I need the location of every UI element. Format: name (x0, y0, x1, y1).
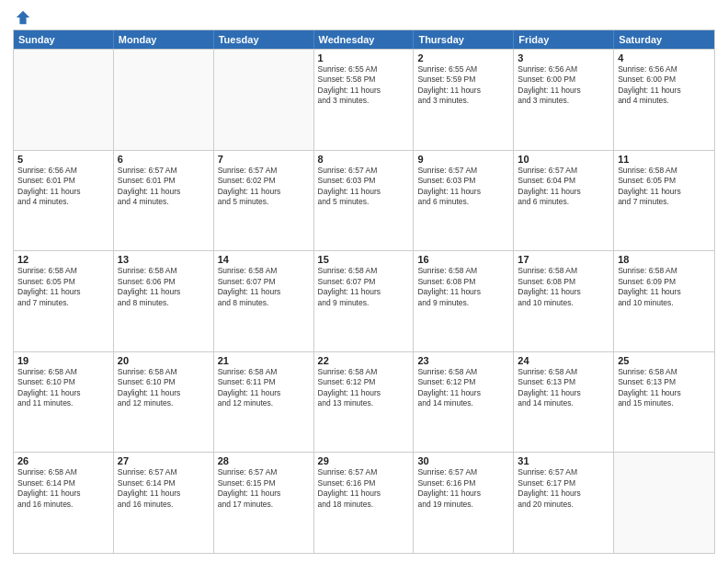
day-detail: Sunrise: 6:55 AM Sunset: 5:59 PM Dayligh… (417, 64, 509, 107)
cal-cell-empty (14, 50, 114, 150)
day-number: 31 (518, 455, 609, 466)
cal-cell-day-18: 18Sunrise: 6:58 AM Sunset: 6:09 PM Dayli… (614, 251, 714, 351)
cal-cell-day-19: 19Sunrise: 6:58 AM Sunset: 6:10 PM Dayli… (14, 352, 114, 453)
day-detail: Sunrise: 6:57 AM Sunset: 6:02 PM Dayligh… (218, 166, 310, 208)
day-detail: Sunrise: 6:56 AM Sunset: 6:00 PM Dayligh… (618, 64, 711, 107)
cal-cell-day-8: 8Sunrise: 6:57 AM Sunset: 6:03 PM Daylig… (314, 151, 415, 251)
cal-row-2: 12Sunrise: 6:58 AM Sunset: 6:05 PM Dayli… (14, 250, 714, 351)
cal-cell-empty (114, 50, 214, 150)
cal-cell-day-16: 16Sunrise: 6:58 AM Sunset: 6:08 PM Dayli… (414, 251, 514, 351)
day-detail: Sunrise: 6:57 AM Sunset: 6:17 PM Dayligh… (518, 467, 609, 510)
cal-cell-day-29: 29Sunrise: 6:57 AM Sunset: 6:16 PM Dayli… (314, 453, 415, 553)
day-detail: Sunrise: 6:56 AM Sunset: 6:01 PM Dayligh… (17, 166, 109, 208)
day-detail: Sunrise: 6:58 AM Sunset: 6:13 PM Dayligh… (518, 367, 609, 409)
day-detail: Sunrise: 6:56 AM Sunset: 6:00 PM Dayligh… (518, 64, 609, 107)
cal-cell-empty (614, 453, 714, 553)
day-detail: Sunrise: 6:57 AM Sunset: 6:16 PM Dayligh… (318, 467, 410, 510)
cal-cell-day-25: 25Sunrise: 6:58 AM Sunset: 6:13 PM Dayli… (614, 352, 714, 453)
day-number: 11 (618, 154, 711, 165)
cal-cell-day-7: 7Sunrise: 6:57 AM Sunset: 6:02 PM Daylig… (214, 151, 314, 251)
day-detail: Sunrise: 6:58 AM Sunset: 6:14 PM Dayligh… (17, 467, 109, 510)
day-detail: Sunrise: 6:58 AM Sunset: 6:08 PM Dayligh… (518, 266, 609, 308)
page: SundayMondayTuesdayWednesdayThursdayFrid… (0, 0, 728, 563)
day-number: 27 (118, 455, 210, 466)
cal-row-0: 1Sunrise: 6:55 AM Sunset: 5:58 PM Daylig… (14, 49, 714, 150)
cal-cell-day-28: 28Sunrise: 6:57 AM Sunset: 6:15 PM Dayli… (214, 453, 314, 553)
weekday-header-wednesday: Wednesday (314, 30, 415, 49)
day-number: 29 (318, 455, 410, 466)
day-number: 7 (218, 154, 310, 165)
cal-row-1: 5Sunrise: 6:56 AM Sunset: 6:01 PM Daylig… (14, 150, 714, 251)
day-number: 25 (618, 355, 711, 366)
logo (13, 9, 31, 24)
cal-row-3: 19Sunrise: 6:58 AM Sunset: 6:10 PM Dayli… (14, 351, 714, 453)
cal-cell-day-10: 10Sunrise: 6:57 AM Sunset: 6:04 PM Dayli… (514, 151, 614, 251)
day-detail: Sunrise: 6:58 AM Sunset: 6:11 PM Dayligh… (218, 367, 310, 409)
cal-cell-day-31: 31Sunrise: 6:57 AM Sunset: 6:17 PM Dayli… (514, 453, 614, 553)
day-number: 5 (17, 154, 109, 165)
cal-cell-day-11: 11Sunrise: 6:58 AM Sunset: 6:05 PM Dayli… (614, 151, 714, 251)
cal-cell-day-6: 6Sunrise: 6:57 AM Sunset: 6:01 PM Daylig… (114, 151, 214, 251)
logo-icon (15, 9, 31, 26)
day-number: 19 (17, 355, 109, 366)
day-detail: Sunrise: 6:58 AM Sunset: 6:08 PM Dayligh… (417, 266, 509, 308)
day-detail: Sunrise: 6:58 AM Sunset: 6:06 PM Dayligh… (118, 266, 210, 308)
day-detail: Sunrise: 6:58 AM Sunset: 6:05 PM Dayligh… (618, 166, 711, 208)
cal-cell-day-21: 21Sunrise: 6:58 AM Sunset: 6:11 PM Dayli… (214, 352, 314, 453)
day-number: 21 (218, 355, 310, 366)
day-detail: Sunrise: 6:58 AM Sunset: 6:13 PM Dayligh… (618, 367, 711, 409)
cal-row-4: 26Sunrise: 6:58 AM Sunset: 6:14 PM Dayli… (14, 452, 714, 553)
day-detail: Sunrise: 6:58 AM Sunset: 6:10 PM Dayligh… (17, 367, 109, 409)
day-number: 23 (417, 355, 509, 366)
cal-cell-day-30: 30Sunrise: 6:57 AM Sunset: 6:16 PM Dayli… (414, 453, 514, 553)
cal-cell-day-14: 14Sunrise: 6:58 AM Sunset: 6:07 PM Dayli… (214, 251, 314, 351)
day-detail: Sunrise: 6:58 AM Sunset: 6:07 PM Dayligh… (318, 266, 410, 308)
weekday-header-saturday: Saturday (614, 30, 714, 49)
cal-cell-day-13: 13Sunrise: 6:58 AM Sunset: 6:06 PM Dayli… (114, 251, 214, 351)
day-detail: Sunrise: 6:57 AM Sunset: 6:15 PM Dayligh… (218, 467, 310, 510)
day-detail: Sunrise: 6:57 AM Sunset: 6:03 PM Dayligh… (318, 166, 410, 208)
day-number: 17 (518, 254, 609, 265)
weekday-header-thursday: Thursday (414, 30, 514, 49)
day-detail: Sunrise: 6:58 AM Sunset: 6:12 PM Dayligh… (318, 367, 410, 409)
day-number: 28 (218, 455, 310, 466)
calendar-header: SundayMondayTuesdayWednesdayThursdayFrid… (14, 30, 714, 49)
header (13, 9, 715, 24)
weekday-header-friday: Friday (514, 30, 614, 49)
day-number: 16 (417, 254, 509, 265)
day-number: 3 (518, 52, 609, 63)
day-detail: Sunrise: 6:57 AM Sunset: 6:14 PM Dayligh… (118, 467, 210, 510)
cal-cell-empty (214, 50, 314, 150)
day-detail: Sunrise: 6:58 AM Sunset: 6:07 PM Dayligh… (218, 266, 310, 308)
cal-cell-day-3: 3Sunrise: 6:56 AM Sunset: 6:00 PM Daylig… (514, 50, 614, 150)
day-number: 12 (17, 254, 109, 265)
day-detail: Sunrise: 6:57 AM Sunset: 6:04 PM Dayligh… (518, 166, 609, 208)
day-number: 4 (618, 52, 711, 63)
day-number: 20 (118, 355, 210, 366)
cal-cell-day-27: 27Sunrise: 6:57 AM Sunset: 6:14 PM Dayli… (114, 453, 214, 553)
day-number: 9 (417, 154, 509, 165)
day-detail: Sunrise: 6:58 AM Sunset: 6:12 PM Dayligh… (417, 367, 509, 409)
day-number: 1 (318, 52, 410, 63)
weekday-header-sunday: Sunday (14, 30, 114, 49)
day-number: 13 (118, 254, 210, 265)
cal-cell-day-24: 24Sunrise: 6:58 AM Sunset: 6:13 PM Dayli… (514, 352, 614, 453)
calendar: SundayMondayTuesdayWednesdayThursdayFrid… (13, 29, 715, 554)
day-number: 6 (118, 154, 210, 165)
weekday-header-monday: Monday (114, 30, 214, 49)
day-detail: Sunrise: 6:58 AM Sunset: 6:05 PM Dayligh… (17, 266, 109, 308)
day-detail: Sunrise: 6:55 AM Sunset: 5:58 PM Dayligh… (318, 64, 410, 107)
day-number: 14 (218, 254, 310, 265)
day-number: 2 (417, 52, 509, 63)
cal-cell-day-15: 15Sunrise: 6:58 AM Sunset: 6:07 PM Dayli… (314, 251, 415, 351)
day-number: 8 (318, 154, 410, 165)
cal-cell-day-17: 17Sunrise: 6:58 AM Sunset: 6:08 PM Dayli… (514, 251, 614, 351)
cal-cell-day-20: 20Sunrise: 6:58 AM Sunset: 6:10 PM Dayli… (114, 352, 214, 453)
calendar-body: 1Sunrise: 6:55 AM Sunset: 5:58 PM Daylig… (14, 49, 714, 553)
day-detail: Sunrise: 6:57 AM Sunset: 6:16 PM Dayligh… (417, 467, 509, 510)
cal-cell-day-9: 9Sunrise: 6:57 AM Sunset: 6:03 PM Daylig… (414, 151, 514, 251)
day-number: 26 (17, 455, 109, 466)
cal-cell-day-5: 5Sunrise: 6:56 AM Sunset: 6:01 PM Daylig… (14, 151, 114, 251)
day-detail: Sunrise: 6:58 AM Sunset: 6:09 PM Dayligh… (618, 266, 711, 308)
cal-cell-day-1: 1Sunrise: 6:55 AM Sunset: 5:58 PM Daylig… (314, 50, 415, 150)
